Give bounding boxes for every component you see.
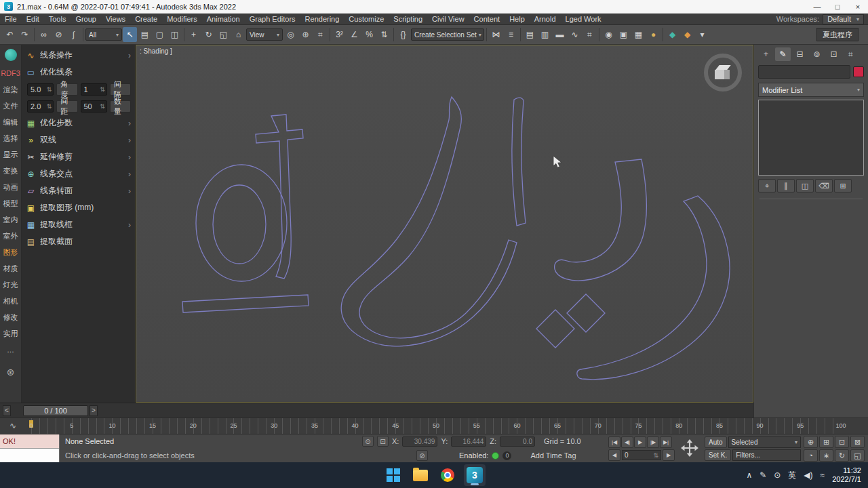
sidebar-item-material[interactable]: 材质	[3, 261, 18, 276]
spline-arabic-lam[interactable]	[555, 159, 647, 281]
menu-file[interactable]: File	[0, 14, 22, 24]
make-unique-icon[interactable]: ◫	[796, 179, 814, 192]
plugin-program-button[interactable]: 夏虫程序	[816, 28, 859, 41]
menu-content[interactable]: Content	[469, 14, 505, 24]
tab-utilities[interactable]: ⌗	[843, 47, 859, 61]
render-setup-icon[interactable]: ▣	[616, 27, 631, 42]
tab-create[interactable]: +	[758, 47, 774, 61]
maximize-viewport-toggle-button[interactable]: ◱	[850, 449, 865, 462]
keyboard-shortcut-override-icon[interactable]: ⌗	[313, 27, 328, 42]
key-filters-button[interactable]: Filters...	[732, 449, 801, 461]
current-frame-field[interactable]: 0 ⇅	[622, 450, 661, 460]
align-icon[interactable]: ≡	[504, 27, 518, 42]
sidebar-item-rdf3[interactable]: RDF3	[1, 66, 20, 81]
panel-item-extend-trim[interactable]: ✂延伸修剪›	[22, 148, 135, 165]
spinner-arrows-icon[interactable]: ⇅	[100, 103, 105, 110]
sidebar-item-camera[interactable]: 相机	[3, 293, 18, 308]
taskbar-start-icon[interactable]	[382, 464, 404, 486]
tab-display[interactable]: ⊡	[826, 47, 842, 61]
previous-frame-button[interactable]: ◀|	[621, 436, 633, 448]
schematic-view-icon[interactable]: ⌗	[583, 27, 597, 42]
sidebar-item-edit[interactable]: 编辑	[3, 115, 18, 129]
reference-coordinate-system-dropdown[interactable]: View▾	[246, 28, 283, 41]
maxscript-listener-input[interactable]	[0, 449, 59, 462]
settings-gear-icon[interactable]: ⊛	[7, 367, 15, 378]
add-time-tag[interactable]: Add Time Tag	[530, 451, 576, 460]
tray-pen-icon[interactable]: ✎	[760, 470, 766, 480]
adaptive-degradation-icon[interactable]: ⊘	[416, 450, 428, 461]
tray-network-icon[interactable]: ≈	[821, 470, 825, 480]
menu-views[interactable]: Views	[101, 14, 130, 24]
undo-icon[interactable]: ↶	[3, 27, 17, 42]
zoom-extents-button[interactable]: ⊡	[835, 436, 849, 448]
curve-editor-icon[interactable]: ∿	[568, 27, 582, 42]
sidebar-item-transform[interactable]: 变换	[3, 163, 18, 178]
previous-frame-arrow[interactable]: <	[3, 405, 11, 416]
workspace-selector[interactable]: Default ▾	[823, 14, 864, 24]
menu-civil-view[interactable]: Civil View	[427, 14, 469, 24]
value-spinner[interactable]: 2.0⇅	[27, 100, 54, 113]
sidebar-item-light[interactable]: 灯光	[3, 277, 18, 292]
menu-arnold[interactable]: Arnold	[530, 14, 561, 24]
panel-item-line-operations[interactable]: ∿线条操作›	[22, 47, 135, 64]
angle-snap-icon[interactable]: ∠	[347, 27, 361, 42]
select-and-move-icon[interactable]: +	[186, 27, 201, 42]
select-object-icon[interactable]: ↖	[123, 27, 137, 42]
select-and-rotate-icon[interactable]: ↻	[201, 27, 216, 42]
menu-edit[interactable]: Edit	[22, 14, 44, 24]
sidebar-item-render[interactable]: 渲染	[3, 82, 18, 97]
tray-hidden-icons-icon[interactable]: ∧	[746, 470, 752, 480]
field-of-view-button[interactable]: ◔	[804, 449, 818, 462]
viewport-label[interactable]: : Shading ]	[140, 47, 172, 55]
scene-explorer-icon[interactable]: ▤	[523, 27, 537, 42]
viewcube-front-face[interactable]	[715, 70, 724, 79]
next-key-button[interactable]: ▶	[663, 449, 675, 461]
go-to-start-button[interactable]: |◀	[608, 436, 620, 448]
modifier-list-dropdown[interactable]: Modifier List ▾	[758, 83, 864, 97]
menu-modifiers[interactable]: Modifiers	[162, 14, 202, 24]
spline-arabic-lam-large[interactable]	[341, 97, 517, 346]
tray-volume-icon[interactable]: ◀)	[804, 470, 812, 480]
menu-rendering[interactable]: Rendering	[300, 14, 344, 24]
show-end-result-icon[interactable]: ∥	[777, 179, 795, 192]
spinner-snap-icon[interactable]: ⇅	[377, 27, 391, 42]
set-key-button[interactable]: Set K.	[705, 449, 731, 461]
plugin-logo-icon[interactable]	[5, 49, 17, 61]
go-to-end-button[interactable]: ▶|	[660, 436, 672, 448]
panel-item-extract-wireframe[interactable]: ▦提取线框›	[22, 216, 135, 233]
restore-button[interactable]: □	[827, 0, 848, 13]
use-pivot-point-center-icon[interactable]: ◎	[283, 27, 298, 42]
previous-key-button[interactable]: ◀	[608, 449, 620, 461]
selection-lock-toggle-icon[interactable]: ⊡	[377, 436, 389, 447]
z-coordinate-field[interactable]: 0.0	[500, 436, 535, 447]
zoom-button[interactable]: ⊕	[804, 436, 818, 448]
y-coordinate-field[interactable]: 16.444	[451, 436, 486, 447]
remove-modifier-icon[interactable]: ⌫	[815, 179, 833, 192]
value-spinner[interactable]: 5.0⇅	[27, 83, 54, 96]
play-animation-button[interactable]: ▶	[634, 436, 646, 448]
select-and-manipulate-icon[interactable]: ⊕	[298, 27, 313, 42]
menu-help[interactable]: Help	[505, 14, 530, 24]
select-and-place-icon[interactable]: ⌂	[231, 27, 245, 42]
taskbar-explorer-icon[interactable]	[410, 464, 431, 486]
panel-button[interactable]: 间距	[56, 100, 77, 113]
object-color-swatch[interactable]	[853, 66, 864, 77]
redo-icon[interactable]: ↷	[18, 27, 32, 42]
select-and-link-icon[interactable]: ∞	[37, 27, 51, 42]
panel-item-optimize-lines[interactable]: ▭优化线条	[22, 64, 135, 81]
next-frame-button[interactable]: |▶	[647, 436, 659, 448]
selection-set-dropdown[interactable]: Selected ▾	[728, 436, 801, 448]
sidebar-item-display[interactable]: 显示	[3, 147, 18, 162]
mirror-icon[interactable]: ⋈	[489, 27, 503, 42]
pan-cross-icon[interactable]	[680, 439, 702, 459]
sidebar-item-more[interactable]: …	[7, 342, 14, 357]
plugin-teal-icon[interactable]: ◆	[665, 27, 679, 42]
pan-view-button[interactable]: ∗	[819, 449, 833, 462]
menu-lged-work[interactable]: Lged Work	[561, 14, 606, 24]
spline-arabic-alif[interactable]	[512, 98, 526, 226]
material-editor-icon[interactable]: ◉	[601, 27, 616, 42]
mini-curve-editor-button[interactable]: ∿	[9, 421, 16, 430]
spinner-arrows-icon[interactable]: ⇅	[653, 452, 658, 459]
rendered-frame-window-icon[interactable]: ▦	[631, 27, 646, 42]
select-and-scale-icon[interactable]: ◱	[216, 27, 231, 42]
